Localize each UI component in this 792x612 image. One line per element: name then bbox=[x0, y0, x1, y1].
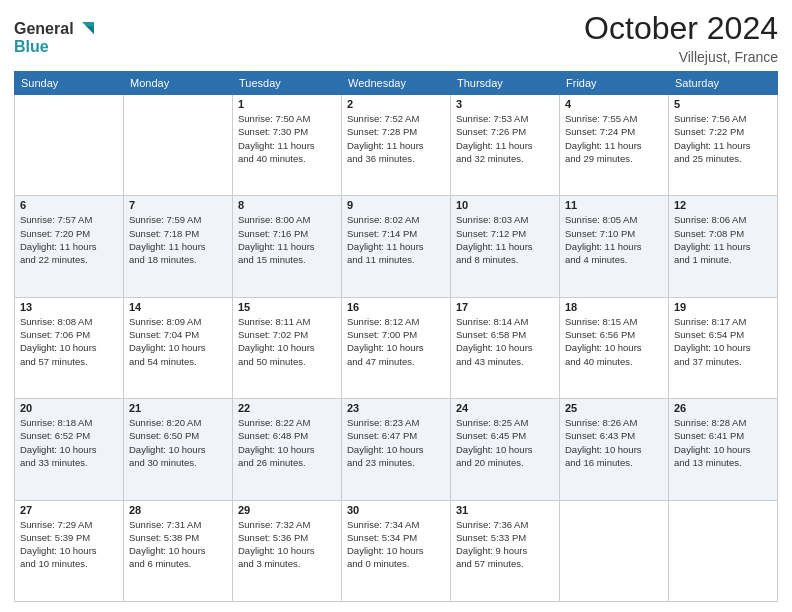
day-info: Sunrise: 8:20 AM Sunset: 6:50 PM Dayligh… bbox=[129, 416, 227, 469]
day-info: Sunrise: 8:26 AM Sunset: 6:43 PM Dayligh… bbox=[565, 416, 663, 469]
day-number: 26 bbox=[674, 402, 772, 414]
calendar-cell: 7Sunrise: 7:59 AM Sunset: 7:18 PM Daylig… bbox=[124, 196, 233, 297]
day-number: 30 bbox=[347, 504, 445, 516]
calendar-cell bbox=[669, 500, 778, 601]
day-number: 2 bbox=[347, 98, 445, 110]
day-number: 10 bbox=[456, 199, 554, 211]
weekday-header: Saturday bbox=[669, 72, 778, 95]
header: General Blue October 2024 Villejust, Fra… bbox=[14, 10, 778, 65]
day-info: Sunrise: 8:28 AM Sunset: 6:41 PM Dayligh… bbox=[674, 416, 772, 469]
day-number: 3 bbox=[456, 98, 554, 110]
calendar-cell: 30Sunrise: 7:34 AM Sunset: 5:34 PM Dayli… bbox=[342, 500, 451, 601]
calendar-cell: 9Sunrise: 8:02 AM Sunset: 7:14 PM Daylig… bbox=[342, 196, 451, 297]
calendar-cell: 13Sunrise: 8:08 AM Sunset: 7:06 PM Dayli… bbox=[15, 297, 124, 398]
calendar-cell: 22Sunrise: 8:22 AM Sunset: 6:48 PM Dayli… bbox=[233, 399, 342, 500]
day-info: Sunrise: 7:55 AM Sunset: 7:24 PM Dayligh… bbox=[565, 112, 663, 165]
calendar-cell: 27Sunrise: 7:29 AM Sunset: 5:39 PM Dayli… bbox=[15, 500, 124, 601]
svg-marker-3 bbox=[86, 26, 94, 34]
calendar-cell: 16Sunrise: 8:12 AM Sunset: 7:00 PM Dayli… bbox=[342, 297, 451, 398]
day-info: Sunrise: 7:32 AM Sunset: 5:36 PM Dayligh… bbox=[238, 518, 336, 571]
calendar-cell bbox=[15, 95, 124, 196]
calendar-cell: 2Sunrise: 7:52 AM Sunset: 7:28 PM Daylig… bbox=[342, 95, 451, 196]
svg-text:Blue: Blue bbox=[14, 38, 49, 55]
day-info: Sunrise: 8:11 AM Sunset: 7:02 PM Dayligh… bbox=[238, 315, 336, 368]
page: General Blue October 2024 Villejust, Fra… bbox=[0, 0, 792, 612]
day-number: 15 bbox=[238, 301, 336, 313]
weekday-header: Wednesday bbox=[342, 72, 451, 95]
calendar-cell: 12Sunrise: 8:06 AM Sunset: 7:08 PM Dayli… bbox=[669, 196, 778, 297]
calendar-cell: 28Sunrise: 7:31 AM Sunset: 5:38 PM Dayli… bbox=[124, 500, 233, 601]
day-info: Sunrise: 8:22 AM Sunset: 6:48 PM Dayligh… bbox=[238, 416, 336, 469]
calendar-cell: 1Sunrise: 7:50 AM Sunset: 7:30 PM Daylig… bbox=[233, 95, 342, 196]
calendar-week-row: 20Sunrise: 8:18 AM Sunset: 6:52 PM Dayli… bbox=[15, 399, 778, 500]
logo-text: General Blue bbox=[14, 14, 104, 63]
weekday-header-row: SundayMondayTuesdayWednesdayThursdayFrid… bbox=[15, 72, 778, 95]
day-number: 17 bbox=[456, 301, 554, 313]
day-number: 16 bbox=[347, 301, 445, 313]
day-info: Sunrise: 8:12 AM Sunset: 7:00 PM Dayligh… bbox=[347, 315, 445, 368]
calendar-cell: 3Sunrise: 7:53 AM Sunset: 7:26 PM Daylig… bbox=[451, 95, 560, 196]
weekday-header: Monday bbox=[124, 72, 233, 95]
day-info: Sunrise: 7:31 AM Sunset: 5:38 PM Dayligh… bbox=[129, 518, 227, 571]
day-number: 4 bbox=[565, 98, 663, 110]
day-info: Sunrise: 7:34 AM Sunset: 5:34 PM Dayligh… bbox=[347, 518, 445, 571]
day-info: Sunrise: 8:06 AM Sunset: 7:08 PM Dayligh… bbox=[674, 213, 772, 266]
calendar-cell: 11Sunrise: 8:05 AM Sunset: 7:10 PM Dayli… bbox=[560, 196, 669, 297]
month-title: October 2024 bbox=[584, 10, 778, 47]
calendar-week-row: 13Sunrise: 8:08 AM Sunset: 7:06 PM Dayli… bbox=[15, 297, 778, 398]
day-info: Sunrise: 8:15 AM Sunset: 6:56 PM Dayligh… bbox=[565, 315, 663, 368]
day-number: 1 bbox=[238, 98, 336, 110]
weekday-header: Friday bbox=[560, 72, 669, 95]
day-info: Sunrise: 7:59 AM Sunset: 7:18 PM Dayligh… bbox=[129, 213, 227, 266]
calendar-cell: 8Sunrise: 8:00 AM Sunset: 7:16 PM Daylig… bbox=[233, 196, 342, 297]
day-info: Sunrise: 7:29 AM Sunset: 5:39 PM Dayligh… bbox=[20, 518, 118, 571]
weekday-header: Tuesday bbox=[233, 72, 342, 95]
calendar-week-row: 1Sunrise: 7:50 AM Sunset: 7:30 PM Daylig… bbox=[15, 95, 778, 196]
day-number: 13 bbox=[20, 301, 118, 313]
day-number: 24 bbox=[456, 402, 554, 414]
calendar-cell: 25Sunrise: 8:26 AM Sunset: 6:43 PM Dayli… bbox=[560, 399, 669, 500]
weekday-header: Thursday bbox=[451, 72, 560, 95]
calendar-cell: 14Sunrise: 8:09 AM Sunset: 7:04 PM Dayli… bbox=[124, 297, 233, 398]
weekday-header: Sunday bbox=[15, 72, 124, 95]
day-info: Sunrise: 8:05 AM Sunset: 7:10 PM Dayligh… bbox=[565, 213, 663, 266]
day-info: Sunrise: 8:02 AM Sunset: 7:14 PM Dayligh… bbox=[347, 213, 445, 266]
day-number: 19 bbox=[674, 301, 772, 313]
calendar-cell: 31Sunrise: 7:36 AM Sunset: 5:33 PM Dayli… bbox=[451, 500, 560, 601]
day-info: Sunrise: 8:25 AM Sunset: 6:45 PM Dayligh… bbox=[456, 416, 554, 469]
day-number: 5 bbox=[674, 98, 772, 110]
day-info: Sunrise: 8:23 AM Sunset: 6:47 PM Dayligh… bbox=[347, 416, 445, 469]
day-number: 27 bbox=[20, 504, 118, 516]
day-info: Sunrise: 7:57 AM Sunset: 7:20 PM Dayligh… bbox=[20, 213, 118, 266]
day-info: Sunrise: 8:08 AM Sunset: 7:06 PM Dayligh… bbox=[20, 315, 118, 368]
calendar-cell: 19Sunrise: 8:17 AM Sunset: 6:54 PM Dayli… bbox=[669, 297, 778, 398]
day-info: Sunrise: 7:56 AM Sunset: 7:22 PM Dayligh… bbox=[674, 112, 772, 165]
day-info: Sunrise: 8:03 AM Sunset: 7:12 PM Dayligh… bbox=[456, 213, 554, 266]
calendar-cell bbox=[124, 95, 233, 196]
day-number: 23 bbox=[347, 402, 445, 414]
day-number: 6 bbox=[20, 199, 118, 211]
calendar-week-row: 6Sunrise: 7:57 AM Sunset: 7:20 PM Daylig… bbox=[15, 196, 778, 297]
day-number: 12 bbox=[674, 199, 772, 211]
calendar-cell bbox=[560, 500, 669, 601]
day-number: 22 bbox=[238, 402, 336, 414]
calendar-cell: 5Sunrise: 7:56 AM Sunset: 7:22 PM Daylig… bbox=[669, 95, 778, 196]
calendar-cell: 23Sunrise: 8:23 AM Sunset: 6:47 PM Dayli… bbox=[342, 399, 451, 500]
day-number: 20 bbox=[20, 402, 118, 414]
calendar-cell: 21Sunrise: 8:20 AM Sunset: 6:50 PM Dayli… bbox=[124, 399, 233, 500]
calendar-cell: 4Sunrise: 7:55 AM Sunset: 7:24 PM Daylig… bbox=[560, 95, 669, 196]
day-number: 14 bbox=[129, 301, 227, 313]
day-number: 21 bbox=[129, 402, 227, 414]
day-number: 29 bbox=[238, 504, 336, 516]
day-number: 9 bbox=[347, 199, 445, 211]
day-info: Sunrise: 8:18 AM Sunset: 6:52 PM Dayligh… bbox=[20, 416, 118, 469]
svg-text:General: General bbox=[14, 20, 74, 37]
logo: General Blue bbox=[14, 14, 104, 63]
calendar-cell: 24Sunrise: 8:25 AM Sunset: 6:45 PM Dayli… bbox=[451, 399, 560, 500]
calendar-cell: 20Sunrise: 8:18 AM Sunset: 6:52 PM Dayli… bbox=[15, 399, 124, 500]
calendar-cell: 17Sunrise: 8:14 AM Sunset: 6:58 PM Dayli… bbox=[451, 297, 560, 398]
day-number: 11 bbox=[565, 199, 663, 211]
day-info: Sunrise: 7:36 AM Sunset: 5:33 PM Dayligh… bbox=[456, 518, 554, 571]
day-info: Sunrise: 7:50 AM Sunset: 7:30 PM Dayligh… bbox=[238, 112, 336, 165]
day-info: Sunrise: 7:52 AM Sunset: 7:28 PM Dayligh… bbox=[347, 112, 445, 165]
